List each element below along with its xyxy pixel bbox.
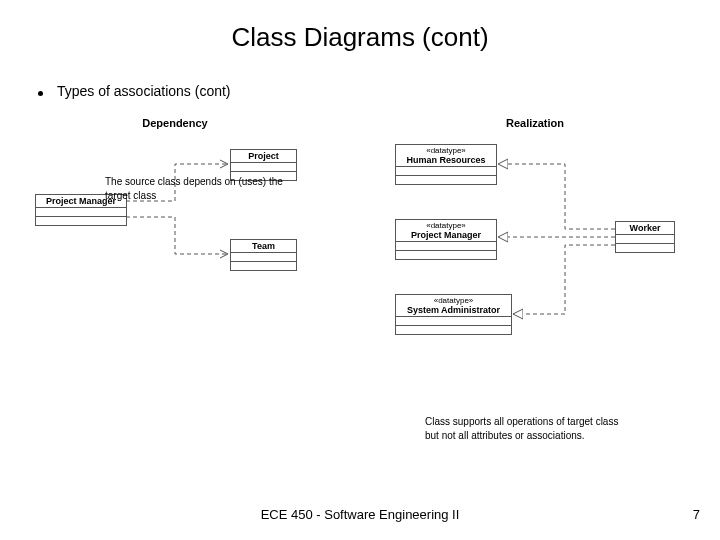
dependency-caption: The source class depends on (uses) the t… xyxy=(105,175,285,202)
uml-class-sa: «datatype» System Administrator xyxy=(395,294,512,335)
dependency-diagram: Project Manager Project Team xyxy=(0,139,350,329)
uml-stereotype: «datatype» xyxy=(399,296,508,305)
bullet-dot xyxy=(38,91,43,96)
uml-class-worker: Worker xyxy=(615,221,675,253)
uml-class-name: Worker xyxy=(630,223,661,233)
uml-stereotype: «datatype» xyxy=(399,221,493,230)
slide-title: Class Diagrams (cont) xyxy=(0,22,720,53)
page-number: 7 xyxy=(693,507,700,522)
bullet-line: Types of associations (cont) xyxy=(38,83,720,99)
uml-class-name: Project Manager xyxy=(411,230,481,240)
dependency-connectors xyxy=(0,139,350,329)
realization-diagram: «datatype» Human Resources «datatype» Pr… xyxy=(350,139,720,359)
uml-class-name: Project xyxy=(248,151,279,161)
dependency-heading: Dependency xyxy=(0,117,350,129)
uml-class-team: Team xyxy=(230,239,297,271)
uml-class-hr: «datatype» Human Resources xyxy=(395,144,497,185)
uml-class-name: System Administrator xyxy=(407,305,500,315)
uml-stereotype: «datatype» xyxy=(399,146,493,155)
bullet-text: Types of associations (cont) xyxy=(57,83,231,99)
uml-class-name: Human Resources xyxy=(406,155,485,165)
footer-text: ECE 450 - Software Engineering II xyxy=(0,507,720,522)
realization-heading: Realization xyxy=(350,117,720,129)
uml-class-name: Team xyxy=(252,241,275,251)
uml-class-pm: «datatype» Project Manager xyxy=(395,219,497,260)
realization-caption: Class supports all operations of target … xyxy=(425,415,625,442)
